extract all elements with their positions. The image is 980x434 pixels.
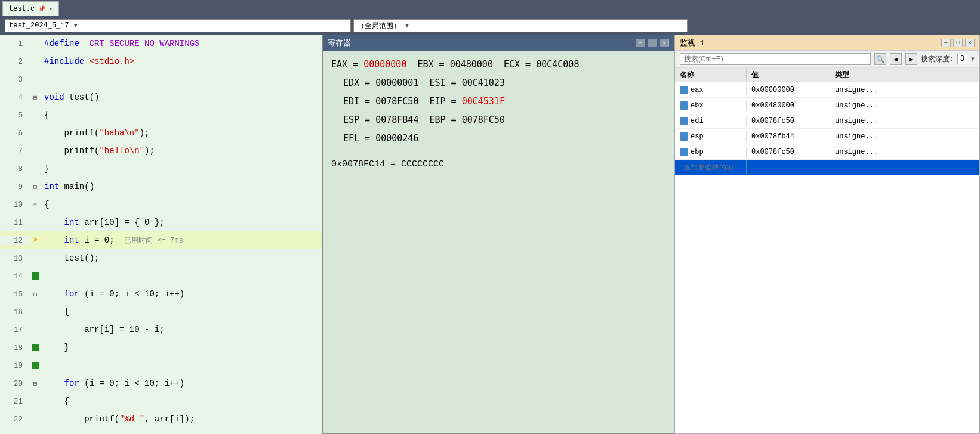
watch-restore-button[interactable]: □ [953,39,963,47]
watch-search-input[interactable] [680,53,871,65]
watch-row-edi[interactable]: edi 0x0078fc50 unsigne... [675,113,979,129]
register-minimize-button[interactable]: — [636,39,645,47]
register-close-button[interactable]: ✕ [660,39,669,47]
global-scope-dropdown[interactable]: （全局范围） ▼ [353,19,688,32]
function-scope-dropdown[interactable]: test_2024_5_17 ▼ [5,19,351,32]
search-prev-button[interactable]: ◀ [890,53,902,65]
collapse-icon-20[interactable]: ⊟ [33,380,38,388]
tab-label: test.c [9,5,35,13]
watch-table-header: 名称 值 类型 [675,68,979,82]
collapse-icon-9[interactable]: ⊟ [33,183,38,191]
memory-line: 0x0078FC14 = CCCCCCCC [331,156,665,172]
code-line-2: 2 #include <stdio.h> [0,52,322,70]
watch-row-val-eax: 0x00000000 [747,85,830,95]
add-watch-input[interactable] [680,162,741,173]
code-line-9: 9 ⊟ int main() [0,178,322,196]
reg-eip-name: EIP [430,96,446,107]
line-num-9: 9 [0,182,30,191]
register-restore-button[interactable]: □ [648,39,657,47]
search-depth-value: 3 [957,54,967,64]
register-window-titlebar: 寄存器 — □ ✕ [323,35,674,51]
tab-close-button[interactable]: ✕ [49,5,53,13]
add-watch-row[interactable] [675,160,979,175]
code-line-20: 20 ⊟ for (i = 0; i < 10; i++) [0,374,322,392]
line-indicator-9: ⊟ [30,183,42,191]
reg-edi-value: 0078FC50 [375,96,418,107]
search-icon-button[interactable]: 🔍 [874,53,886,65]
register-window: 寄存器 — □ ✕ EAX = 00000000 EBX = 00480000 … [322,35,674,434]
collapse-icon-15[interactable]: ⊟ [33,290,38,298]
watch-name-esp: esp [691,132,704,141]
tab-test-c[interactable]: test.c 📌 ✕ [2,1,59,16]
reg-edx-value: 00000001 [375,78,418,88]
breakpoint-14 [32,272,39,280]
watch-name-ebp: ebp [691,148,704,156]
register-icon-ebp [680,148,688,156]
code-line-4: 4 ⊟ void test() [0,88,322,106]
register-row-1: EAX = 00000000 EBX = 00480000 ECX = 00C4… [331,57,665,73]
line-num-12: 12 [0,236,30,245]
collapse-icon-4[interactable]: ⊟ [33,94,38,101]
watch-title: 监视 1 [680,38,705,48]
code-line-16: 16 { [0,303,322,321]
reg-edx-name: EDX [343,78,359,88]
line-content-17: arr[i] = 10 - i; [42,325,322,334]
code-line-10: 10 ⊟ { [0,196,322,213]
line-indicator-14 [30,272,42,280]
reg-efl-value: 00000246 [375,133,418,144]
reg-ebx-name: EBX [418,59,434,70]
code-line-21: 21 { [0,392,322,410]
code-line-1: 1 #define _CRT_SECURE_NO_WARNINGS [0,35,322,52]
watch-minimize-button[interactable]: — [941,39,951,47]
register-window-title: 寄存器 [328,38,351,48]
line-content-20: for (i = 0; i < 10; i++) [42,379,322,388]
watch-row-val-edi: 0x0078fc50 [747,116,830,126]
watch-row-ebp[interactable]: ebp 0x0078fc50 unsigne... [675,144,979,160]
line-num-7: 7 [0,147,30,156]
code-line-11: 11 int arr[10] = { 0 }; [0,213,322,231]
watch-row-esp[interactable]: esp 0x0078fb44 unsigne... [675,129,979,144]
line-num-2: 2 [0,57,30,66]
line-indicator-10: ⊟ [30,202,42,208]
code-editor[interactable]: 1 #define _CRT_SECURE_NO_WARNINGS 2 #inc… [0,35,322,434]
watch-close-button[interactable]: ✕ [965,39,975,47]
dropdown1-label: test_2024_5_17 [9,21,69,30]
line-num-4: 4 [0,93,30,102]
line-content-10: { [42,200,322,209]
line-content-12: int i = 0; 已用时间 <= 7ms [42,235,322,246]
col-header-type: 类型 [830,68,979,82]
register-icon-edi [680,117,688,125]
line-content-9: int main() [42,182,322,191]
line-indicator-18 [30,344,42,351]
watch-row-eax[interactable]: eax 0x00000000 unsigne... [675,82,979,98]
line-content-2: #include <stdio.h> [42,57,322,66]
reg-esp-name: ESP [343,114,359,125]
watch-titlebar-buttons: — □ ✕ [941,39,975,47]
line-num-17: 17 [0,326,30,334]
watch-row-ebx[interactable]: ebx 0x00480000 unsigne... [675,98,979,113]
depth-dropdown-arrow[interactable]: ▼ [971,56,975,63]
line-num-13: 13 [0,254,30,263]
watch-row-name-ebx: ebx [675,100,747,111]
code-line-7: 7 printf("hello\n"); [0,142,322,160]
line-num-1: 1 [0,39,30,48]
reg-esi-name: ESI [430,78,446,88]
register-icon-ebx [680,101,688,110]
line-indicator-19 [30,362,42,369]
register-icon-esp [680,132,688,141]
line-num-8: 8 [0,165,30,173]
current-line-arrow: ➤ [33,234,39,246]
code-line-17: 17 arr[i] = 10 - i; [0,321,322,339]
code-line-19: 19 [0,356,322,374]
register-content: EAX = 00000000 EBX = 00480000 ECX = 00C4… [323,51,674,433]
reg-eax-value: 00000000 [363,59,406,70]
code-line-22: 22 printf("%d ", arr[i]); [0,410,322,428]
sub-collapse-icon-10[interactable]: ⊟ [33,202,36,208]
search-next-button[interactable]: ▶ [905,53,917,65]
code-line-3: 3 [0,70,322,88]
reg-edi-name: EDI [343,96,359,107]
watch-row-type-eax: unsigne... [830,85,979,95]
reg-eip-value: 00C4531F [462,96,505,107]
line-num-10: 10 [0,200,30,209]
code-line-13: 13 test(); [0,249,322,267]
